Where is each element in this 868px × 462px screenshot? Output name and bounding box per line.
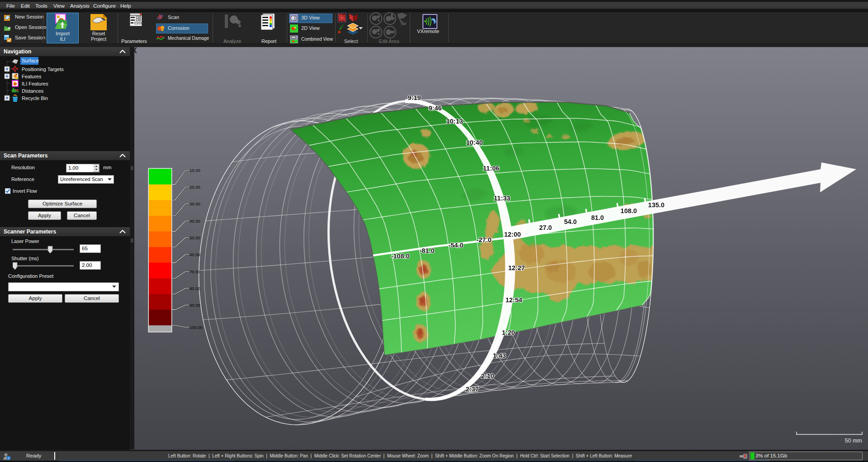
svg-text:2:37: 2:37 (465, 386, 479, 393)
svg-text:-81.0: -81.0 (419, 247, 434, 254)
svg-text:12:54: 12:54 (505, 296, 522, 304)
svg-text:2:10: 2:10 (481, 372, 494, 380)
svg-text:108.0: 108.0 (621, 207, 637, 214)
svg-text:100.00: 100.00 (190, 325, 203, 330)
svg-text:135.0: 135.0 (648, 201, 664, 209)
svg-text:11:33: 11:33 (494, 195, 510, 202)
svg-text:-27.0: -27.0 (476, 236, 491, 243)
svg-text:-54.0: -54.0 (448, 242, 463, 249)
svg-text:90.00: 90.00 (190, 303, 200, 308)
svg-text:10.00: 10.00 (190, 168, 200, 173)
svg-text:50.00: 50.00 (190, 235, 200, 240)
svg-text:81.0: 81.0 (591, 214, 604, 221)
svg-text:54.0: 54.0 (564, 218, 577, 225)
svg-text:60.00: 60.00 (190, 252, 200, 257)
svg-text:10:13: 10:13 (446, 118, 463, 125)
svg-text:30.00: 30.00 (190, 201, 200, 206)
svg-text:12:27: 12:27 (508, 264, 525, 271)
svg-text:?: ? (8, 457, 10, 461)
svg-text:9:46: 9:46 (428, 105, 441, 112)
svg-text:12:00: 12:00 (504, 231, 521, 238)
svg-text:1:20: 1:20 (502, 329, 515, 336)
svg-text:80.00: 80.00 (190, 286, 200, 291)
svg-text:50 mm: 50 mm (845, 438, 862, 444)
svg-text:20.00: 20.00 (190, 185, 200, 190)
svg-text:27.0: 27.0 (539, 224, 552, 231)
svg-text:40.00: 40.00 (190, 219, 200, 224)
svg-text:1:43: 1:43 (493, 352, 506, 359)
svg-text:9:19: 9:19 (408, 94, 421, 101)
svg-text:70.00: 70.00 (190, 269, 200, 274)
svg-text:11:06: 11:06 (483, 165, 499, 172)
svg-text:10:40: 10:40 (466, 139, 483, 146)
svg-text:-108.0: -108.0 (391, 252, 409, 260)
